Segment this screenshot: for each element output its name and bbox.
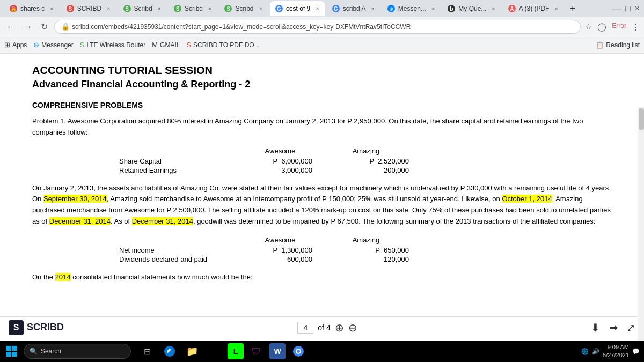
table1-row-retained: Retained Earnings 3,000,000 200,000 (119, 166, 525, 174)
time-display: 9:09 AM (603, 343, 629, 351)
forward-button[interactable]: → (21, 21, 34, 33)
tab-close-pdf[interactable]: × (554, 5, 558, 12)
refresh-button[interactable]: ↻ (39, 20, 50, 33)
taskbar-app-l[interactable]: L (228, 343, 244, 359)
table2: Awesome Amazing Net income P 1,300,000 P… (119, 236, 525, 263)
taskbar-app-task-view[interactable]: ⊟ (137, 342, 157, 361)
scrollbar-thumb[interactable] (639, 108, 644, 130)
taskbar-app-explorer[interactable]: 📁 (182, 342, 202, 361)
taskbar-app-mail[interactable]: ✉ (205, 342, 224, 361)
gmail-icon: M (152, 41, 158, 49)
tab-scribd-a[interactable]: G scribd A × (327, 1, 380, 16)
download-icon[interactable]: ⬇ (591, 321, 600, 334)
taskbar-app-shield[interactable]: 🛡 (247, 342, 266, 361)
table2-val2-dividends: 120,000 (323, 255, 409, 263)
table1-val1-share: P 6,000,000 (237, 157, 323, 165)
zoom-in-icon[interactable]: ⊕ (335, 321, 344, 334)
table1-label-share: Share Capital (119, 157, 237, 165)
tab-close-scribd1[interactable]: × (107, 5, 110, 12)
conclusion-text2: consolidated financial statements how mu… (71, 273, 253, 281)
tab-scribd4[interactable]: S Scribd × (219, 1, 267, 16)
taskbar: 🔍 Search ⊟ 📁 ✉ L 🛡 W (0, 341, 644, 362)
para1-text5: , goodwill was determined to be impaired… (193, 217, 595, 225)
scrollbar[interactable] (638, 107, 644, 362)
tab-myque[interactable]: b My Que... × (442, 1, 500, 16)
minimize-icon[interactable]: — (612, 4, 621, 13)
taskbar-app-edge[interactable] (160, 342, 179, 361)
tab-label-scribd-a: scribd A (343, 5, 366, 12)
windows-logo-icon (6, 346, 17, 357)
bookmark-gmail-label: GMAIL (160, 41, 180, 49)
back-button[interactable]: ← (4, 21, 17, 33)
url-input[interactable]: 🔒 scribd.com/embeds/421935931/content?st… (54, 20, 581, 34)
bottom-icons: ⬇ ⬆ ⤢ (591, 321, 635, 334)
bookmark-gmail[interactable]: M GMAIL (152, 41, 180, 49)
reading-list-icon: 📋 (596, 41, 604, 49)
tab-icon-scribd4: S (224, 5, 232, 12)
conclusion: On the 2014 consolidated financial state… (32, 272, 612, 283)
notification-icon[interactable]: 💬 (632, 348, 640, 355)
tab-close-cost[interactable]: × (316, 5, 319, 12)
tab-icon-messenger: ⊕ (387, 5, 395, 12)
tab-shares[interactable]: 🔒 shares c × (4, 1, 59, 16)
bookmark-messenger[interactable]: ⊕ Messenger (33, 41, 73, 49)
tab-messenger[interactable]: ⊕ Messen... × (382, 1, 440, 16)
highlight-sep30: September 30, 2014 (43, 195, 107, 203)
section-heading: COMPREHENSIVE PROBLEMS (32, 101, 612, 109)
tab-icon-scribd-a: G (332, 5, 340, 12)
table1-row-share: Share Capital P 6,000,000 P 2,520,000 (119, 157, 525, 165)
table1-label-retained: Retained Earnings (119, 166, 237, 174)
bookmark-star-icon[interactable]: ☆ (585, 22, 592, 32)
problem-intro: Problem 1. Awesome Corporation acquired … (32, 116, 612, 138)
tab-icon-cost: G (275, 5, 283, 12)
bookmark-apps[interactable]: ⊞ Apps (4, 41, 27, 49)
table2-label-dividends: Dividends declared and paid (119, 255, 237, 263)
profile-icon[interactable]: ◯ (597, 22, 606, 32)
page-current-input[interactable] (297, 322, 313, 334)
tab-scribd1[interactable]: S SCRIBD × (61, 1, 116, 16)
tab-close-messenger[interactable]: × (431, 5, 435, 12)
tab-pdf[interactable]: A A (3) (PDF × (503, 1, 564, 16)
tab-close-myque[interactable]: × (492, 5, 495, 12)
svg-rect-3 (12, 352, 17, 357)
menu-icon[interactable]: ⋮ (632, 22, 640, 32)
document-subtitle: Advanced Financial Accounting & Reportin… (32, 79, 612, 90)
tab-close-scribd3[interactable]: × (208, 5, 211, 12)
tab-close-scribd4[interactable]: × (259, 5, 262, 12)
table2-label-income: Net income (119, 246, 237, 254)
conclusion-text1: On the (32, 273, 55, 281)
tab-scribd2[interactable]: S Scribd × (118, 1, 166, 16)
tab-close-shares[interactable]: × (50, 5, 53, 12)
expand-icon[interactable]: ⤢ (626, 321, 635, 334)
bookmark-router[interactable]: S LTE Wireless Router (80, 41, 145, 49)
window-controls: — □ × (612, 4, 640, 13)
scribd-name: SCRIBD (27, 322, 64, 333)
tab-cost[interactable]: G cost of 9 × (270, 1, 325, 16)
pagination: of 4 ⊕ ⊖ (297, 321, 357, 334)
table1-header-awesome: Awesome (237, 147, 323, 155)
tab-close-scribd2[interactable]: × (158, 5, 161, 12)
taskbar-app-chrome[interactable] (289, 342, 308, 361)
tab-label-scribd3: Scribd (185, 5, 203, 12)
maximize-icon[interactable]: □ (625, 4, 631, 13)
taskbar-app-word[interactable]: W (269, 343, 286, 359)
paragraph1: On January 2, 2013, the assets and liabi… (32, 183, 612, 227)
highlight-oct1: October 1, 2014 (502, 195, 552, 203)
error-label: Error (612, 22, 626, 32)
page-total: of 4 (318, 323, 330, 332)
table2-header-amazing: Amazing (323, 236, 409, 244)
start-button[interactable] (4, 344, 19, 359)
taskbar-search[interactable]: 🔍 Search (24, 344, 131, 359)
zoom-out-icon[interactable]: ⊖ (348, 321, 357, 334)
bookmark-scribd-pdf[interactable]: S SCRIBD TO PDF DO... (186, 41, 259, 49)
svg-point-6 (297, 350, 300, 353)
tab-scribd3[interactable]: S Scribd × (169, 1, 217, 16)
tab-close-scribd-a[interactable]: × (371, 5, 374, 12)
share-icon[interactable]: ⬆ (607, 323, 620, 332)
reading-list-button[interactable]: 📋 Reading list (596, 41, 640, 49)
tab-new[interactable]: + (566, 1, 580, 16)
table2-row-dividends: Dividends declared and paid 600,000 120,… (119, 255, 525, 263)
tab-icon-scribd3: S (174, 5, 181, 12)
close-icon[interactable]: × (635, 4, 640, 13)
chrome-icon (292, 345, 305, 358)
